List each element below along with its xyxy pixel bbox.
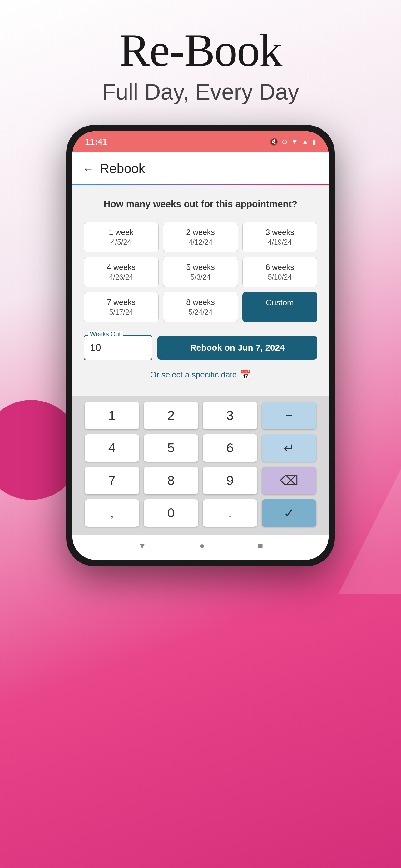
week-option-2[interactable]: 2 weeks 4/12/24 — [163, 222, 238, 252]
week-option-7-date: 5/17/24 — [109, 308, 133, 316]
weeks-out-input-wrapper: Weeks Out — [84, 335, 153, 360]
key-5[interactable]: 5 — [144, 434, 198, 462]
week-option-2-date: 4/12/24 — [189, 238, 213, 247]
specific-date-link[interactable]: Or select a specific date — [150, 370, 237, 380]
week-option-4-label: 4 weeks — [107, 263, 136, 272]
wifi-icon: ▼ — [291, 138, 298, 146]
week-option-1-date: 4/5/24 — [111, 238, 131, 247]
key-period[interactable]: . — [203, 499, 257, 527]
key-6[interactable]: 6 — [203, 434, 257, 462]
week-option-3[interactable]: 3 weeks 4/19/24 — [242, 222, 317, 252]
week-option-7-label: 7 weeks — [107, 298, 136, 307]
keyboard-area: 1 2 3 − 4 5 6 ↵ 7 8 9 ⌫ — [72, 396, 329, 535]
key-minus[interactable]: − — [262, 402, 316, 429]
key-comma[interactable]: , — [85, 499, 139, 527]
phone-frame: 11:41 🔇 ⊖ ▼ ▲ ▮ ← Rebook How many weeks … — [66, 125, 335, 566]
back-button[interactable]: ← — [82, 163, 94, 174]
battery-icon: ▮ — [312, 138, 316, 146]
top-bar: ← Rebook — [72, 153, 329, 184]
week-option-8-label: 8 weeks — [186, 298, 215, 307]
key-3[interactable]: 3 — [203, 402, 257, 429]
weeks-out-label: Weeks Out — [88, 331, 123, 338]
circle-icon: ⊖ — [282, 138, 287, 146]
key-check[interactable]: ✓ — [262, 499, 316, 527]
status-icons: 🔇 ⊖ ▼ ▲ ▮ — [269, 138, 316, 146]
week-option-5[interactable]: 5 weeks 5/3/24 — [163, 257, 238, 287]
week-option-2-label: 2 weeks — [186, 228, 215, 237]
signal-icon: ▲ — [302, 138, 308, 146]
phone-screen: 11:41 🔇 ⊖ ▼ ▲ ▮ ← Rebook How many weeks … — [72, 131, 329, 560]
week-option-6-label: 6 weeks — [265, 263, 294, 272]
keyboard-row-4: , 0 . ✓ — [79, 499, 322, 527]
keyboard-row-3: 7 8 9 ⌫ — [79, 467, 322, 494]
week-option-4[interactable]: 4 weeks 4/26/24 — [84, 257, 159, 287]
app-page-title: Rebook — [100, 161, 145, 176]
week-option-3-date: 4/19/24 — [268, 238, 292, 247]
week-option-6[interactable]: 6 weeks 5/10/24 — [242, 257, 317, 287]
header-section: Re-Book Full Day, Every Day — [0, 0, 401, 123]
phone-wrapper: 11:41 🔇 ⊖ ▼ ▲ ▮ ← Rebook How many weeks … — [66, 125, 335, 566]
key-4[interactable]: 4 — [85, 434, 139, 462]
question-text: How many weeks out for this appointment? — [84, 197, 317, 211]
nav-bar: ▼ ● ■ — [72, 535, 329, 560]
weeks-grid: 1 week 4/5/24 2 weeks 4/12/24 3 weeks 4/… — [84, 222, 317, 322]
status-bar: 11:41 🔇 ⊖ ▼ ▲ ▮ — [72, 131, 329, 153]
key-7[interactable]: 7 — [85, 467, 139, 494]
week-option-5-label: 5 weeks — [186, 263, 215, 272]
week-option-6-date: 5/10/24 — [268, 273, 292, 281]
week-option-4-date: 4/26/24 — [109, 273, 133, 281]
week-option-8-date: 5/24/24 — [189, 308, 213, 316]
key-9[interactable]: 9 — [203, 467, 257, 494]
key-1[interactable]: 1 — [85, 402, 139, 429]
key-delete[interactable]: ⌫ — [262, 467, 316, 494]
key-0[interactable]: 0 — [144, 499, 198, 527]
nav-home-icon[interactable]: ● — [200, 541, 205, 551]
key-enter[interactable]: ↵ — [262, 434, 316, 462]
week-option-1-label: 1 week — [109, 228, 133, 237]
status-time: 11:41 — [85, 137, 107, 147]
calendar-icon[interactable]: 📅 — [240, 370, 251, 380]
week-option-1[interactable]: 1 week 4/5/24 — [84, 222, 159, 252]
page-subtitle: Full Day, Every Day — [0, 79, 401, 105]
key-8[interactable]: 8 — [144, 467, 198, 494]
week-option-custom-label: Custom — [266, 298, 294, 307]
nav-recent-icon[interactable]: ■ — [258, 541, 263, 551]
week-option-5-date: 5/3/24 — [191, 273, 210, 281]
weeks-out-container: Weeks Out Rebook on Jun 7, 2024 — [84, 335, 317, 360]
specific-date-row: Or select a specific date 📅 — [84, 370, 317, 380]
page-main-title: Re-Book — [0, 25, 401, 76]
volume-icon: 🔇 — [269, 138, 278, 146]
keyboard-row-1: 1 2 3 − — [79, 402, 322, 429]
week-option-3-label: 3 weeks — [265, 228, 294, 237]
rebook-button[interactable]: Rebook on Jun 7, 2024 — [157, 336, 317, 360]
weeks-out-input[interactable] — [84, 335, 153, 360]
nav-back-icon[interactable]: ▼ — [138, 541, 147, 551]
main-content: How many weeks out for this appointment?… — [72, 185, 329, 396]
key-2[interactable]: 2 — [144, 402, 198, 429]
week-option-8[interactable]: 8 weeks 5/24/24 — [163, 292, 238, 322]
keyboard-row-2: 4 5 6 ↵ — [79, 434, 322, 462]
week-option-custom[interactable]: Custom — [242, 292, 317, 322]
week-option-7[interactable]: 7 weeks 5/17/24 — [84, 292, 159, 322]
